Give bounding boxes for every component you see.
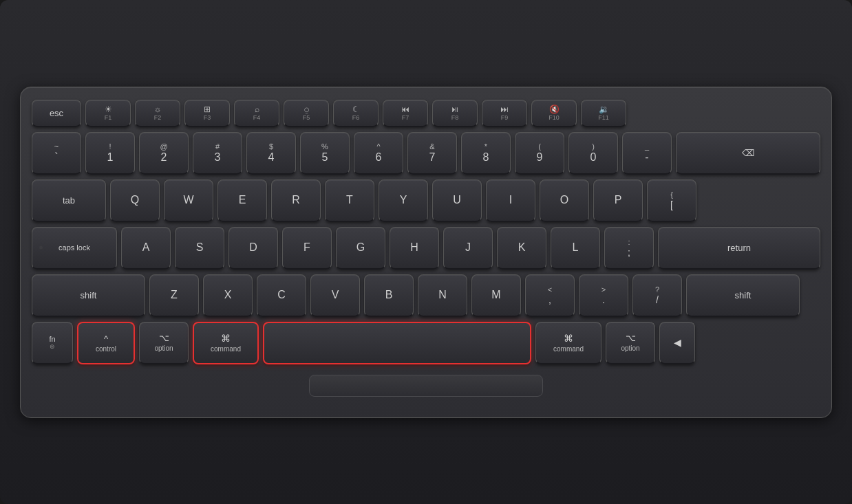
globe-icon: ⊕ [50, 343, 55, 350]
key-esc[interactable]: esc [32, 100, 81, 127]
key-9[interactable]: ( 9 [515, 132, 564, 175]
key-caps-lock[interactable]: caps lock [32, 227, 117, 270]
key-f11[interactable]: 🔉 F11 [581, 100, 626, 127]
key-return[interactable]: return [658, 227, 820, 270]
key-5[interactable]: % 5 [300, 132, 350, 175]
r-label: R [292, 194, 300, 206]
key-n[interactable]: N [418, 274, 467, 317]
slash-labels: ? / [655, 286, 659, 305]
key-control[interactable]: ^ control [77, 322, 135, 364]
key-v[interactable]: V [310, 274, 360, 317]
key-slash[interactable]: ? / [632, 274, 682, 317]
trackpad[interactable] [309, 375, 543, 397]
key-command-left[interactable]: ⌘ command [193, 322, 259, 364]
key-r[interactable]: R [271, 179, 321, 222]
i-label: I [509, 194, 512, 206]
key-comma[interactable]: < , [525, 274, 575, 317]
key-3[interactable]: # 3 [193, 132, 242, 175]
key-a[interactable]: A [121, 227, 171, 270]
key-f9[interactable]: ⏭ F9 [482, 100, 527, 127]
lcurly-label: { [670, 191, 673, 199]
key-8[interactable]: * 8 [461, 132, 511, 175]
5-labels: % 5 [321, 143, 328, 163]
key-command-right[interactable]: ⌘ command [535, 322, 601, 364]
key-2[interactable]: @ 2 [139, 132, 189, 175]
key-p[interactable]: P [593, 179, 643, 222]
key-f8[interactable]: ⏯ F8 [432, 100, 478, 127]
key-e[interactable]: E [217, 179, 267, 222]
arrow-left-icon: ◀ [674, 337, 681, 348]
key-d[interactable]: D [228, 227, 278, 270]
key-0[interactable]: ) 0 [568, 132, 618, 175]
hash-label: # [215, 143, 220, 151]
key-f[interactable]: F [282, 227, 332, 270]
key-space[interactable] [263, 322, 531, 364]
key-f1[interactable]: ☀ F1 [85, 100, 131, 127]
c-label: C [277, 289, 286, 301]
key-g[interactable]: G [336, 227, 385, 270]
key-w[interactable]: W [164, 179, 213, 222]
f8-icon: ⏯ [451, 105, 459, 114]
3-label: 3 [215, 152, 221, 163]
key-1[interactable]: ! 1 [85, 132, 135, 175]
modifier-row: fn ⊕ ^ control ⌥ option ⌘ command [32, 322, 820, 364]
shift-left-label: shift [81, 290, 97, 300]
key-f6[interactable]: ☾ F6 [333, 100, 379, 127]
key-o[interactable]: O [540, 179, 589, 222]
key-option-right[interactable]: ⌥ option [606, 322, 655, 364]
f9-label: F9 [501, 114, 509, 121]
caps-dot [39, 246, 43, 250]
key-f5[interactable]: ⍜ F5 [284, 100, 329, 127]
q-label: Q [131, 194, 139, 206]
key-s[interactable]: S [175, 227, 224, 270]
key-fn[interactable]: fn ⊕ [32, 322, 73, 364]
key-c[interactable]: C [257, 274, 306, 317]
key-backtick[interactable]: ~ ` [32, 132, 81, 175]
key-4[interactable]: $ 4 [246, 132, 296, 175]
key-m[interactable]: M [471, 274, 521, 317]
key-period[interactable]: > . [579, 274, 628, 317]
key-tab[interactable]: tab [32, 179, 106, 222]
comma-label: , [549, 295, 551, 305]
0-label: 0 [590, 152, 597, 163]
key-option-left[interactable]: ⌥ option [139, 322, 189, 364]
backtick-label: ` [54, 152, 58, 163]
key-minus[interactable]: _ - [622, 132, 672, 175]
key-f10[interactable]: 🔇 F10 [531, 100, 577, 127]
lparen-label: ( [538, 143, 541, 151]
key-f7[interactable]: ⏮ F7 [383, 100, 428, 127]
key-shift-left[interactable]: shift [32, 274, 145, 317]
esc-label: esc [50, 108, 63, 118]
key-j[interactable]: J [443, 227, 493, 270]
asterisk-label: * [484, 143, 487, 151]
key-t[interactable]: T [325, 179, 374, 222]
key-f2[interactable]: ☼ F2 [135, 100, 180, 127]
key-q[interactable]: Q [110, 179, 160, 222]
key-x[interactable]: X [203, 274, 253, 317]
option-left-label: option [154, 344, 173, 352]
8-labels: * 8 [483, 143, 489, 163]
fn-label: fn [49, 335, 55, 343]
key-z[interactable]: Z [149, 274, 199, 317]
key-f3[interactable]: ⊞ F3 [184, 100, 230, 127]
1-label: 1 [107, 152, 114, 163]
key-k[interactable]: K [497, 227, 546, 270]
m-label: M [491, 289, 500, 301]
key-y[interactable]: Y [379, 179, 428, 222]
key-i[interactable]: I [486, 179, 535, 222]
key-l[interactable]: L [551, 227, 600, 270]
key-f4[interactable]: ⌕ F4 [234, 100, 279, 127]
y-label: Y [400, 194, 407, 206]
key-7[interactable]: & 7 [407, 132, 457, 175]
key-arrow-left[interactable]: ◀ [659, 322, 695, 364]
control-icon: ^ [104, 333, 108, 344]
key-delete[interactable]: ⌫ [676, 132, 820, 175]
key-h[interactable]: H [390, 227, 439, 270]
key-u[interactable]: U [432, 179, 482, 222]
key-lbracket[interactable]: { [ [647, 179, 696, 222]
key-b[interactable]: B [364, 274, 414, 317]
key-6[interactable]: ^ 6 [354, 132, 403, 175]
key-shift-right[interactable]: shift [686, 274, 800, 317]
o-label: O [560, 194, 568, 206]
key-semicolon[interactable]: : ; [604, 227, 654, 270]
